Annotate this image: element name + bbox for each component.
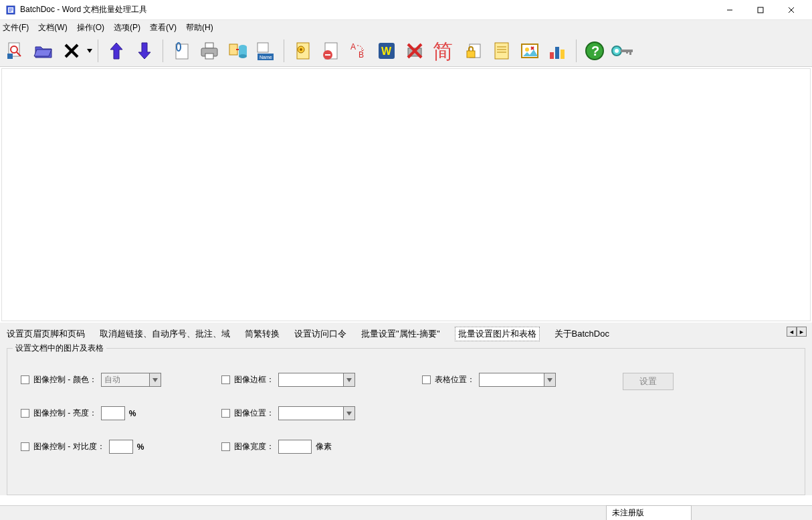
gear-doc-icon[interactable]: [290, 38, 315, 64]
check-image-color[interactable]: [21, 375, 29, 384]
check-image-width[interactable]: [221, 442, 230, 451]
tab-cancel-links[interactable]: 取消超链接、自动序号、批注、域: [100, 327, 230, 341]
tab-about[interactable]: 关于BatchDoc: [554, 327, 609, 341]
menu-bar: 文件(F) 文档(W) 操作(O) 选项(P) 查看(V) 帮助(H): [0, 20, 812, 35]
tab-nav: ◄ ►: [787, 327, 807, 337]
cancel-print-icon[interactable]: [402, 38, 427, 64]
check-image-border[interactable]: [221, 375, 230, 384]
svg-point-20: [239, 54, 247, 58]
svg-rect-46: [550, 52, 554, 59]
svg-rect-16: [205, 54, 213, 59]
chart-bars-icon[interactable]: [545, 38, 571, 64]
convert-db-icon[interactable]: [225, 38, 250, 64]
toolbar-separator: [576, 39, 577, 62]
tab-scroll-left[interactable]: ◄: [787, 327, 797, 337]
word-w-icon[interactable]: W: [374, 38, 399, 64]
simplified-icon[interactable]: 简: [430, 38, 458, 64]
printer-icon[interactable]: [197, 38, 222, 64]
menu-view[interactable]: 查看(V): [150, 22, 177, 33]
name-field-icon[interactable]: Name: [253, 38, 278, 64]
tab-header-footer[interactable]: 设置页眉页脚和页码: [7, 327, 85, 341]
picture-icon[interactable]: [517, 38, 542, 64]
svg-text:简: 简: [433, 40, 453, 62]
chevron-down-icon: [544, 373, 555, 386]
input-image-brightness[interactable]: [101, 406, 125, 420]
pixel-suffix: 像素: [316, 441, 332, 452]
window-title: BatchDoc - Word 文档批量处理工具: [20, 4, 147, 15]
combo-table-position[interactable]: [479, 373, 556, 387]
arrow-down-icon[interactable]: [132, 38, 157, 64]
menu-file[interactable]: 文件(F): [3, 22, 29, 33]
close-button[interactable]: [776, 0, 807, 20]
svg-rect-3: [758, 7, 763, 13]
status-registration: 未注册版: [606, 505, 692, 520]
svg-rect-21: [258, 43, 268, 52]
help-icon[interactable]: ?: [582, 38, 607, 64]
combo-image-position[interactable]: [278, 406, 355, 420]
key-register-icon[interactable]: [610, 38, 635, 64]
tab-set-password[interactable]: 设置访问口令: [294, 327, 346, 341]
label-image-color: 图像控制 - 颜色：: [33, 374, 97, 385]
arrow-up-icon[interactable]: [104, 38, 129, 64]
svg-rect-12: [176, 44, 188, 59]
menu-help[interactable]: 帮助(H): [186, 22, 213, 33]
label-table-position: 表格位置：: [435, 374, 475, 385]
input-image-contrast[interactable]: [109, 440, 133, 454]
percent-label: %: [137, 442, 144, 452]
window-controls: [714, 0, 807, 20]
check-image-brightness[interactable]: [21, 409, 29, 418]
folder-open-icon[interactable]: [31, 38, 56, 64]
svg-point-45: [525, 48, 529, 52]
svg-text:A: A: [350, 42, 356, 52]
label-image-position: 图像位置：: [234, 408, 274, 419]
properties-icon[interactable]: [489, 38, 514, 64]
percent-label: %: [129, 409, 136, 418]
combo-image-color-value: 自动: [104, 374, 120, 385]
svg-rect-14: [205, 43, 213, 48]
tab-strip: 设置页眉页脚和页码 取消超链接、自动序号、批注、域 简繁转换 设置访问口令 批量…: [0, 323, 812, 345]
svg-rect-54: [629, 50, 631, 55]
clip-doc-icon[interactable]: [169, 38, 194, 64]
check-image-contrast[interactable]: [21, 442, 29, 451]
svg-text:B: B: [359, 50, 364, 60]
menu-operate[interactable]: 操作(O): [77, 22, 104, 33]
minimize-button[interactable]: [714, 0, 745, 20]
maximize-button[interactable]: [745, 0, 776, 20]
tab-simp-trad[interactable]: 简繁转换: [245, 327, 280, 341]
settings-panel: 设置页眉页脚和页码 取消超链接、自动序号、批注、域 简繁转换 设置访问口令 批量…: [0, 323, 812, 495]
tab-scroll-right[interactable]: ►: [797, 327, 807, 337]
chevron-down-icon: [343, 373, 354, 386]
ab-replace-icon[interactable]: AB: [346, 38, 371, 64]
svg-point-26: [300, 48, 302, 51]
magnify-doc-icon[interactable]: [3, 38, 28, 64]
check-image-position[interactable]: [221, 409, 230, 418]
toolbar: Name AB W 简 ?: [0, 35, 812, 67]
toolbar-separator: [163, 39, 163, 62]
label-image-brightness: 图像控制 - 亮度：: [33, 408, 97, 419]
status-bar: 未注册版: [0, 505, 812, 520]
app-icon: [5, 5, 16, 15]
svg-rect-48: [561, 50, 565, 59]
svg-rect-29: [325, 54, 330, 56]
combo-image-border[interactable]: [278, 373, 355, 387]
toolbar-separator: [284, 39, 284, 62]
combo-image-color[interactable]: 自动: [101, 373, 161, 387]
label-image-width: 图像宽度：: [234, 441, 274, 452]
groupbox-legend: 设置文档中的图片及表格: [13, 343, 106, 354]
document-list-area[interactable]: [1, 68, 811, 321]
remove-page-icon[interactable]: [318, 38, 343, 64]
chevron-down-icon: [343, 407, 354, 420]
menu-options[interactable]: 选项(P): [114, 22, 140, 33]
delete-dropdown[interactable]: [86, 49, 94, 53]
svg-text:W: W: [381, 46, 392, 57]
tab-batch-images[interactable]: 批量设置图片和表格: [455, 327, 540, 341]
apply-settings-button[interactable]: 设置: [623, 373, 674, 390]
input-image-width[interactable]: [278, 440, 312, 454]
svg-rect-39: [467, 51, 475, 58]
image-table-groupbox: 设置文档中的图片及表格 图像控制 - 颜色： 自动 图像边框： 表格位置：: [7, 348, 805, 495]
check-table-position[interactable]: [422, 375, 431, 384]
lock-page-icon[interactable]: [461, 38, 486, 64]
delete-x-icon[interactable]: [59, 38, 84, 64]
tab-batch-props[interactable]: 批量设置"属性-摘要": [361, 327, 440, 341]
menu-document[interactable]: 文档(W): [38, 22, 67, 33]
